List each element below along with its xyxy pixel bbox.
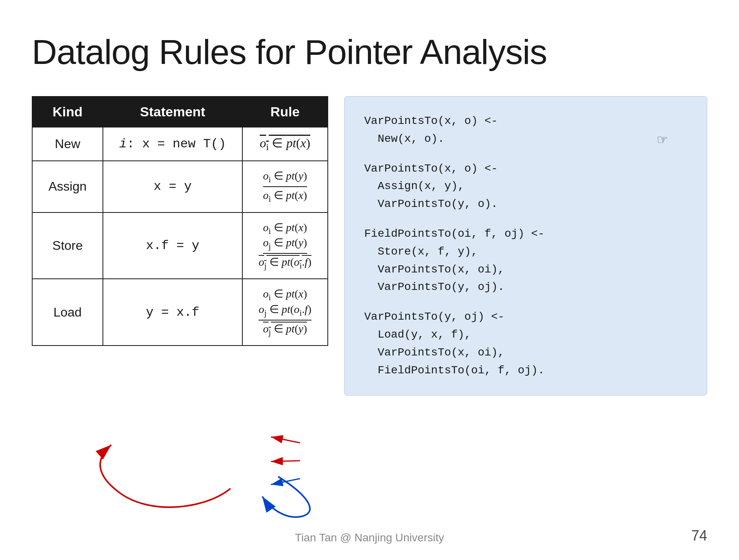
content-area: Kind Statement Rule New i: x = new T() o… [32,96,707,396]
stmt-assign: x = y [103,161,242,212]
code-line: VarPointsTo(x, o) <- [364,112,687,130]
rule-new: oi ∈ pt(x) [242,127,328,161]
header-rule: Rule [242,97,328,127]
stmt-new: i: x = new T() [103,127,242,161]
row-assign: Assign x = y oi ∈ pt(y) oi ∈ pt(x) [32,161,328,212]
header-statement: Statement [103,97,242,127]
footer-text: Tian Tan @ Nanjing University [295,531,444,544]
kind-assign: Assign [32,161,103,212]
stmt-store: x.f = y [103,212,242,279]
code-line: FieldPointsTo(oi, f, oj). [364,362,687,380]
code-line: Assign(x, y), [364,178,687,195]
rules-table: Kind Statement Rule New i: x = new T() o… [32,96,328,346]
code-line: VarPointsTo(x, oi), [364,344,687,362]
slide-container: Datalog Rules for Pointer Analysis Kind … [0,0,739,560]
row-load: Load y = x.f oi ∈ pt(x) oj ∈ pt(oi.f) oj… [32,279,328,346]
stmt-load: y = x.f [103,279,242,346]
table-section: Kind Statement Rule New i: x = new T() o… [32,96,328,346]
code-line: Load(y, x, f), [364,326,687,344]
kind-load: Load [32,279,103,346]
code-line: VarPointsTo(x, oi), [364,261,687,279]
code-line: New(x, o). [364,130,687,148]
code-section: ☞ VarPointsTo(x, o) <- New(x, o). VarPoi… [344,96,707,396]
code-line: VarPointsTo(x, o) <- [364,160,687,178]
rule-assign: oi ∈ pt(y) oi ∈ pt(x) [242,161,328,212]
rule-store: oi ∈ pt(x) oj ∈ pt(y) oj ∈ pt(oi.f) [242,212,328,279]
footer: Tian Tan @ Nanjing University [0,531,739,544]
page-number: 74 [691,527,707,544]
code-block-new: VarPointsTo(x, o) <- New(x, o). [364,112,687,148]
row-new: New i: x = new T() oi ∈ pt(x) [32,127,328,161]
code-line: Store(x, f, y), [364,243,687,261]
code-line: VarPointsTo(y, oj). [364,278,687,296]
header-kind: Kind [32,97,103,127]
code-block-store: FieldPointsTo(oi, f, oj) <- Store(x, f, … [364,225,687,296]
code-line: VarPointsTo(y, oj) <- [364,308,687,326]
code-block-assign: VarPointsTo(x, o) <- Assign(x, y), VarPo… [364,160,687,213]
rule-load: oi ∈ pt(x) oj ∈ pt(oi.f) oj ∈ pt(y) [242,279,328,346]
code-block-load: VarPointsTo(y, oj) <- Load(y, x, f), Var… [364,308,687,379]
cursor-icon: ☞ [658,128,667,154]
code-line: VarPointsTo(y, o). [364,195,687,213]
slide-title: Datalog Rules for Pointer Analysis [32,32,707,72]
kind-new: New [32,127,103,161]
row-store: Store x.f = y oi ∈ pt(x) oj ∈ pt(y) oj ∈… [32,212,328,279]
code-line: FieldPointsTo(oi, f, oj) <- [364,225,687,243]
kind-store: Store [32,212,103,279]
